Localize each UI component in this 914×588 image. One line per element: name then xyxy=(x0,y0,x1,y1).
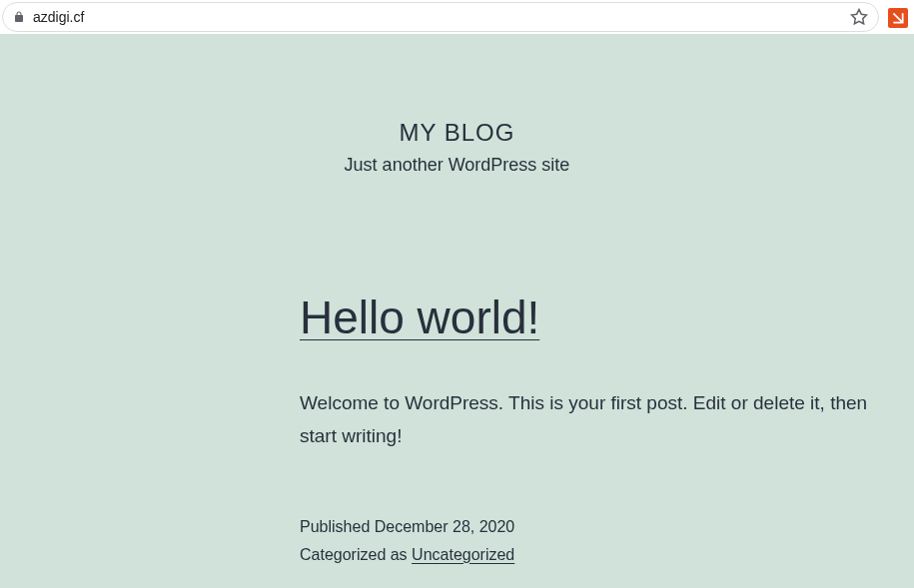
categorized-label: Categorized as xyxy=(300,546,408,563)
post-meta: Published December 28, 2020 Categorized … xyxy=(300,513,899,569)
site-title[interactable]: MY BLOG xyxy=(0,119,914,147)
svg-marker-0 xyxy=(852,10,867,24)
site-header: MY BLOG Just another WordPress site xyxy=(0,119,914,176)
bookmark-star-icon[interactable] xyxy=(850,8,868,26)
published-label: Published xyxy=(300,518,370,535)
address-bar[interactable]: azdigi.cf xyxy=(2,2,879,32)
post-excerpt: Welcome to WordPress. This is your first… xyxy=(300,386,899,453)
lock-icon xyxy=(13,11,25,23)
extension-icon[interactable] xyxy=(888,8,908,28)
published-date: December 28, 2020 xyxy=(375,518,515,535)
site-tagline: Just another WordPress site xyxy=(0,155,914,176)
published-line: Published December 28, 2020 xyxy=(300,513,899,541)
post-title-link[interactable]: Hello world! xyxy=(300,291,899,344)
category-line: Categorized as Uncategorized xyxy=(300,541,899,569)
url-text[interactable]: azdigi.cf xyxy=(33,9,850,25)
category-link[interactable]: Uncategorized xyxy=(412,546,514,563)
page-content: MY BLOG Just another WordPress site Hell… xyxy=(0,34,914,588)
post: Hello world! Welcome to WordPress. This … xyxy=(300,291,899,569)
